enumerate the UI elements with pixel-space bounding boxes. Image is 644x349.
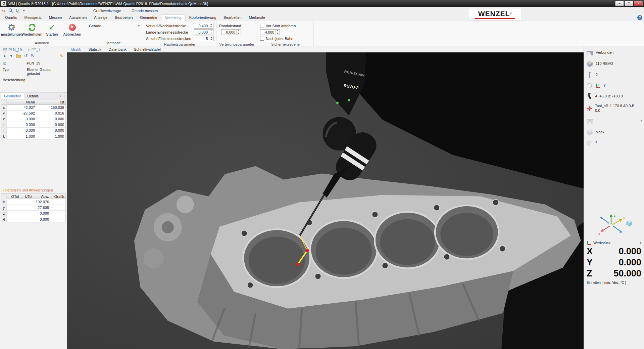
- einstellungen-button[interactable]: Einstellungen: [3, 23, 21, 40]
- chevron-left-icon[interactable]: ‹: [60, 94, 61, 98]
- ribbon-tab-verteilung[interactable]: Verteilung: [161, 14, 186, 21]
- abbrechen-button[interactable]: × Abbrechen: [63, 23, 81, 40]
- minimize-button[interactable]: –: [615, 1, 624, 6]
- connection-status-item[interactable]: Verbunden: [586, 49, 642, 56]
- ribbon-tab-geometrie[interactable]: Geometrie: [136, 14, 161, 21]
- ribbon-tab-bearbeiten-1[interactable]: Bearbeiten: [111, 14, 136, 21]
- laenge-value[interactable]: 0.800: [194, 30, 209, 35]
- vorlauf-value[interactable]: 0.400: [194, 23, 209, 28]
- tab-datenbank[interactable]: Datenbank: [109, 47, 127, 51]
- geometry-row-k[interactable]: k 1.000 1.000: [1, 133, 65, 139]
- workpiece-block-item[interactable]: block: [586, 129, 642, 136]
- geometry-row-i[interactable]: i 0.000 0.000: [1, 122, 65, 128]
- undo-rotate-icon[interactable]: ↺: [24, 54, 28, 58]
- ribbon-tab-auswerten[interactable]: Auswerten: [65, 14, 90, 21]
- laenge-spinner[interactable]: 0.800 ▲▼: [194, 29, 213, 35]
- machine-model-item[interactable]: 110 REVO: [586, 60, 642, 68]
- tolerance-row-x[interactable]: x 192.076: [1, 199, 65, 205]
- edit-pencil-icon[interactable]: ✎: [60, 53, 63, 58]
- 3d-viewport[interactable]: RENISHAW REVO-2: [67, 52, 584, 349]
- ribbon-group-verteilungsparameter: Randabstand 0.000 ▲▼ Verteilungsparamete…: [216, 21, 257, 46]
- move-up-icon[interactable]: ▲: [3, 54, 6, 58]
- tolerance-row-y[interactable]: y 27.608: [1, 205, 65, 211]
- wiederholen-button[interactable]: Wiederholen: [23, 23, 41, 40]
- spin-down-icon[interactable]: ▼: [209, 32, 213, 35]
- spin-down-icon[interactable]: ▼: [209, 26, 213, 29]
- coordinate-tool-icon[interactable]: [16, 8, 20, 13]
- tab-schnellwahltafel[interactable]: Schnellwahltafel: [134, 47, 161, 51]
- spin-down-icon[interactable]: ▼: [209, 39, 213, 41]
- move-down-icon[interactable]: ▼: [9, 54, 13, 58]
- vor-start-anfahren-checkbox[interactable]: [260, 24, 264, 28]
- tolerance-row-r[interactable]: R 0.000: [1, 216, 65, 222]
- start-check-icon: ✓: [49, 23, 56, 32]
- tab-details[interactable]: Details: [24, 93, 41, 99]
- group-label-methode: Methode: [87, 40, 140, 46]
- spin-up-icon[interactable]: ▲: [209, 36, 213, 39]
- tolerance-row-z[interactable]: z 0.000: [1, 211, 65, 216]
- ist-value: 0.000: [36, 117, 65, 121]
- nenn-value: 1.000: [7, 134, 36, 138]
- coordinate-system-selector[interactable]: Werkstück ▾: [586, 239, 642, 246]
- ribbon-tab-anzeige[interactable]: Anzeige: [90, 14, 111, 21]
- head-angle-item[interactable]: A: 45.0 B: -180.0: [586, 93, 642, 100]
- sicherheitsebene-value[interactable]: 4.000: [260, 30, 275, 35]
- feature-tab-pt1[interactable]: PT_1: [27, 48, 40, 52]
- alignment-item[interactable]: ?: [586, 140, 642, 146]
- methode-value: Gerade: [89, 24, 101, 28]
- geometry-table: Nenn Ist x -42.037 150.038 y -27.592 0.0…: [1, 99, 66, 139]
- spin-up-icon[interactable]: ▲: [237, 30, 241, 32]
- maximize-button[interactable]: □: [625, 1, 633, 6]
- tab-grafik[interactable]: Grafik: [71, 47, 81, 51]
- tab-statistik[interactable]: Statistik: [88, 47, 101, 51]
- methode-dropdown[interactable]: Gerade ▾: [87, 23, 140, 28]
- starten-button[interactable]: ✓ Starten: [43, 23, 61, 40]
- abw-value: 27.608: [34, 206, 50, 210]
- anzahl-spinner[interactable]: 5 ▲▼: [194, 36, 214, 41]
- zoom-tool-icon[interactable]: [8, 8, 13, 13]
- ribbon-tab-kopforientierung[interactable]: Kopforientierung: [186, 14, 220, 21]
- tab-geometrie[interactable]: Geometrie: [1, 93, 24, 99]
- geometry-row-z[interactable]: z 0.000 0.000: [1, 116, 65, 122]
- probe-count-label: 2: [596, 73, 598, 77]
- randabstand-spinner[interactable]: 0.000 ▲▼: [221, 29, 241, 35]
- active-tool-item[interactable]: Tool_sf1.1.170.8.A0.0-B0.0: [586, 104, 642, 113]
- chevron-down-icon[interactable]: ▾: [640, 119, 642, 123]
- spin-up-icon[interactable]: ▲: [209, 23, 213, 26]
- beschreibung-value: [27, 78, 64, 82]
- geometry-row-j[interactable]: j 0.000 0.000: [1, 128, 65, 133]
- help-icon[interactable]: ?: [637, 15, 642, 20]
- geometry-row-x[interactable]: x -42.037 150.038: [1, 105, 65, 111]
- spin-down-icon[interactable]: ▼: [276, 32, 280, 35]
- ribbon-tab-merkmale[interactable]: Merkmale: [245, 14, 269, 21]
- spin-up-icon[interactable]: ▲: [276, 30, 280, 32]
- chevron-right-icon[interactable]: ›: [63, 94, 65, 98]
- ribbon-tab-bearbeiten-2[interactable]: Bearbeiten: [220, 14, 245, 21]
- ribbon-tab-messen[interactable]: Messen: [45, 14, 66, 21]
- reference-sphere-item[interactable]: ?: [586, 82, 642, 89]
- tolerance-table-header: OTol UTol Abw. Grafik: [1, 194, 65, 199]
- randabstand-value[interactable]: 0.000: [221, 30, 236, 35]
- machine-disabled-item[interactable]: ▾: [586, 117, 642, 125]
- vorlauf-spinner[interactable]: 0.400 ▲▼: [194, 23, 213, 29]
- close-button[interactable]: ×: [634, 1, 643, 6]
- typ-value: Ebene, Gauss, getastet: [27, 68, 64, 76]
- geometry-row-y[interactable]: y -27.592 0.016: [1, 111, 65, 116]
- refresh-icon[interactable]: ↻: [31, 54, 35, 58]
- spin-down-icon[interactable]: ▼: [237, 32, 241, 35]
- redo-icon[interactable]: ↪: [2, 9, 6, 13]
- feature-tab-pln19[interactable]: PLN_19: [3, 48, 22, 52]
- nach-jeder-bahn-checkbox[interactable]: [260, 37, 264, 41]
- ribbon-tab-quartis[interactable]: Quartis: [1, 14, 20, 21]
- ist-value: 0.000: [36, 128, 65, 132]
- ribbon-tab-messgeraet[interactable]: Messgerät: [20, 14, 45, 21]
- sicherheitsebene-spinner[interactable]: 4.000 ▲▼: [260, 29, 280, 35]
- toolbar-options-icon[interactable]: ▾: [23, 9, 25, 12]
- spin-up-icon[interactable]: ▲: [209, 30, 213, 32]
- anzahl-value[interactable]: 5: [194, 36, 209, 41]
- probe-count-item[interactable]: 2: [586, 71, 642, 79]
- view-cube-icon[interactable]: [627, 221, 632, 226]
- folder-open-icon[interactable]: [16, 54, 21, 58]
- view-orientation-widget[interactable]: z y x: [596, 212, 633, 236]
- head-angle-label: A: 45.0 B: -180.0: [595, 94, 623, 99]
